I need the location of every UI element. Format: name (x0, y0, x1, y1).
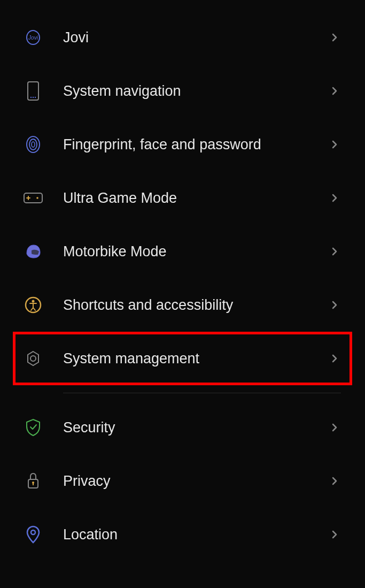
svg-point-12 (30, 356, 36, 361)
settings-item-motorbike-mode[interactable]: Motorbike Mode (0, 225, 365, 278)
helmet-icon (22, 241, 44, 262)
settings-item-system-navigation[interactable]: System navigation (0, 64, 365, 118)
chevron-right-icon (328, 245, 341, 258)
settings-item-label: System navigation (63, 83, 328, 100)
svg-text:Jovi: Jovi (28, 35, 38, 41)
chevron-right-icon (328, 352, 341, 365)
settings-item-fingerprint[interactable]: Fingerprint, face and password (0, 118, 365, 171)
chevron-right-icon (328, 192, 341, 204)
lock-icon (22, 470, 44, 492)
svg-point-3 (33, 97, 34, 98)
svg-point-6 (29, 139, 37, 150)
accessibility-icon (22, 294, 44, 316)
settings-item-privacy[interactable]: Privacy (0, 454, 365, 508)
shield-icon (22, 417, 44, 438)
settings-item-system-management[interactable]: System management (13, 332, 352, 385)
chevron-right-icon (328, 299, 341, 311)
svg-point-9 (36, 197, 38, 199)
chevron-right-icon (328, 85, 341, 97)
jovi-icon: Jovi (22, 27, 44, 48)
settings-item-ultra-game-mode[interactable]: Ultra Game Mode (0, 171, 365, 225)
settings-item-location[interactable]: Location (0, 508, 365, 561)
settings-item-label: Security (63, 419, 328, 436)
chevron-right-icon (328, 421, 341, 434)
settings-item-label: Ultra Game Mode (63, 190, 328, 207)
svg-point-7 (32, 142, 35, 147)
svg-point-4 (35, 97, 36, 98)
settings-item-label: Motorbike Mode (63, 243, 328, 260)
svg-point-2 (30, 97, 32, 98)
chevron-right-icon (328, 475, 341, 487)
settings-item-label: System management (63, 350, 328, 367)
divider (63, 393, 341, 393)
settings-item-security[interactable]: Security (0, 401, 365, 454)
settings-item-jovi[interactable]: Jovi Jovi (0, 11, 365, 64)
gear-icon (22, 348, 44, 369)
settings-item-label: Fingerprint, face and password (63, 136, 328, 153)
phone-icon (22, 80, 44, 102)
svg-point-11 (32, 300, 35, 303)
location-pin-icon (22, 524, 44, 545)
gamepad-icon (22, 187, 44, 209)
chevron-right-icon (328, 528, 341, 541)
chevron-right-icon (328, 31, 341, 44)
settings-item-label: Location (63, 526, 328, 543)
settings-item-label: Privacy (63, 473, 328, 490)
svg-point-16 (31, 530, 35, 534)
settings-list: Jovi Jovi System navigation (0, 0, 365, 572)
settings-item-label: Jovi (63, 29, 328, 46)
fingerprint-icon (22, 134, 44, 155)
chevron-right-icon (328, 138, 341, 151)
settings-item-shortcuts-accessibility[interactable]: Shortcuts and accessibility (0, 278, 365, 332)
settings-item-label: Shortcuts and accessibility (63, 297, 328, 314)
